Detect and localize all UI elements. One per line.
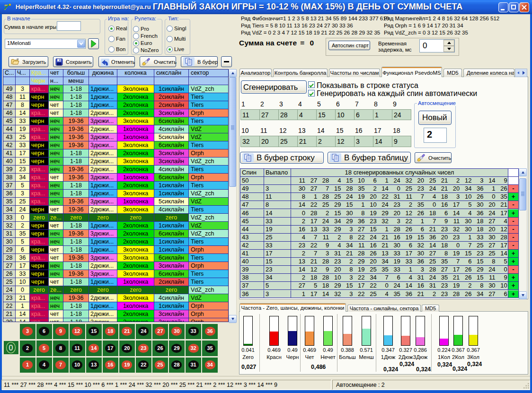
svg-text:0: 0	[9, 344, 13, 352]
